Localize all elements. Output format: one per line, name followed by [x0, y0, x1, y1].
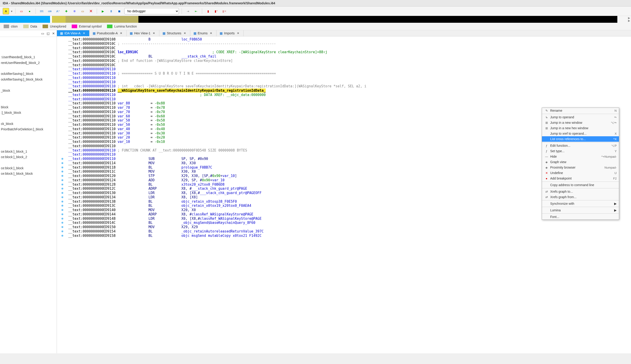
disasm-line[interactable]: __text:0000000000ED910C	[57, 63, 631, 67]
menu-item-xrefs-graph-from---[interactable]: ⇄Xrefs graph from...	[542, 194, 619, 200]
sidebar-close-icon[interactable]: ✕	[51, 31, 56, 36]
menu-item-jump-in-a-new-window[interactable]: ⊞Jump in a new window⌥⥲	[542, 120, 619, 125]
disasm-line[interactable]: __text:0000000000ED910C ; --------------…	[57, 42, 631, 46]
menu-item-add-breakpoint[interactable]: ●Add breakpointF2	[542, 176, 619, 181]
tab-close-icon[interactable]: ✕	[152, 32, 156, 35]
bp-list-icon[interactable]: ▮	[205, 8, 211, 14]
menu-item-edit-function---[interactable]: ƒEdit function...⌥P	[542, 143, 619, 148]
toolbar-text-icon[interactable]: ▭	[18, 8, 25, 14]
disasm-line[interactable]: __text:0000000000ED914C BL _objc_msgSend…	[57, 221, 631, 225]
tab-close-icon[interactable]: ✕	[119, 32, 123, 35]
menu-item-lumina[interactable]: Lumina▶	[542, 208, 619, 213]
menu-item-hide[interactable]: —Hide^+Numpad-	[542, 154, 619, 159]
menu-item-proximity-browser[interactable]: ◈Proximity browserNumpad-	[542, 165, 619, 170]
function-item[interactable]	[0, 99, 57, 104]
toolbar-add-icon[interactable]: ✚	[63, 8, 70, 14]
menu-item-font---[interactable]: Font...	[542, 214, 619, 220]
disasm-line[interactable]: __text:0000000000ED910C ; End of functio…	[57, 59, 631, 63]
toolbar-marker-icon[interactable]: A	[3, 8, 9, 14]
menu-item-jump-in-a-new-hex-window[interactable]: ⊞Jump in a new hex window	[542, 125, 619, 131]
toolbar-struct-icon[interactable]: A⁺	[55, 8, 61, 14]
disasm-line[interactable]: __text:0000000000ED9150 MOV X29, X29	[57, 225, 631, 229]
debugger-select[interactable]: No debugger	[124, 8, 179, 14]
function-item[interactable]	[0, 160, 57, 166]
toolbar-record-icon[interactable]: ●	[27, 8, 33, 14]
function-item[interactable]: _block	[0, 88, 57, 93]
menu-item-copy-address-to-command-line[interactable]: Copy address to command line	[542, 182, 619, 188]
function-item[interactable]	[0, 115, 57, 121]
disasm-line[interactable]: __text:0000000000ED9154 BL _objc_retainA…	[57, 229, 631, 234]
disasm-line[interactable]: __text:0000000000ED9110 var_88 = -0x88	[57, 101, 631, 106]
function-item[interactable]	[0, 143, 57, 148]
menu-item-undefine[interactable]: ✕UndefineU	[542, 170, 619, 176]
disasm-line[interactable]: __text:0000000000ED9110 __WASignalKeySto…	[57, 88, 631, 93]
function-item[interactable]: ockAfterSaving:]_block	[0, 71, 57, 76]
toolbar-delete-icon[interactable]: ✕	[88, 8, 94, 14]
toolbar-data-icon[interactable]: cde	[47, 8, 53, 14]
menu-item-synchronize-with[interactable]: Synchronize with▶	[542, 201, 619, 206]
pause-icon[interactable]: ⏸	[108, 8, 114, 14]
bp-add-icon[interactable]: ▮⁺	[213, 8, 219, 14]
disasm-line[interactable]: __text:0000000000ED9110	[57, 76, 631, 80]
function-item[interactable]: ck_block	[0, 121, 57, 126]
disasm-line[interactable]: __text:0000000000ED910C	[57, 46, 631, 50]
function-item[interactable]	[0, 93, 57, 99]
step-out-icon[interactable]: ⇤	[193, 8, 199, 14]
menu-item-rename[interactable]: ✎RenameN	[542, 108, 619, 113]
function-item[interactable]	[0, 82, 57, 88]
disasm-line[interactable]: __text:0000000000ED9110 ; int __cdecl -[…	[57, 84, 631, 88]
function-item[interactable]	[0, 66, 57, 71]
run-icon[interactable]: ▶	[100, 8, 106, 14]
menu-item-jump-to-operand[interactable]: ↳Jump to operand⥲	[542, 114, 619, 120]
menu-item-list-cross-references-to---[interactable]: List cross references to...^X	[542, 136, 619, 142]
function-item[interactable]: block	[0, 104, 57, 110]
disasm-line[interactable]: __text:0000000000ED9110	[57, 67, 631, 72]
tab-ida-view-a[interactable]: ▦IDA View-A✕	[57, 30, 90, 36]
tab-close-icon[interactable]: ✕	[183, 32, 187, 35]
disasm-line[interactable]: __text:0000000000ED9158 BL objc msgSend …	[57, 234, 631, 238]
menu-item-jump-to-xref-to-operand---[interactable]: Jump to xref to operand...X	[542, 131, 619, 136]
disasm-line[interactable]: __text:0000000000ED9108 B loc_F0B650	[57, 37, 631, 42]
function-item[interactable]: ce:block:]_block_block	[0, 171, 57, 176]
disasm-line[interactable]: __text:0000000000ED9110	[57, 80, 631, 84]
sidebar-minimize-icon[interactable]: ▭	[40, 31, 45, 36]
tab-close-icon[interactable]: ✕	[82, 32, 86, 35]
function-item[interactable]	[0, 49, 57, 54]
function-item[interactable]: ce:block:]_block_1	[0, 149, 57, 154]
toolbar-edit-icon[interactable]: ▭	[80, 8, 86, 14]
sidebar-restore-icon[interactable]: ◱	[46, 31, 50, 36]
function-item[interactable]: rentUserIfNeeded]_block_2	[0, 60, 57, 66]
function-item[interactable]: :UserIfNeeded]_block_1	[0, 54, 57, 60]
step-into-icon[interactable]: ⇥	[185, 8, 191, 14]
tab-enums[interactable]: ▦Enums✕	[190, 30, 217, 36]
stop-icon[interactable]: ⏹	[116, 8, 123, 14]
function-item[interactable]	[0, 132, 57, 138]
function-item[interactable]	[0, 138, 57, 143]
functions-list[interactable]: :UserIfNeeded]_block_1rentUserIfNeeded]_…	[0, 37, 57, 353]
tab-close-icon[interactable]: ✕	[209, 32, 213, 35]
tab-close-icon[interactable]: ✕	[236, 32, 240, 35]
function-item[interactable]: ockAfterSaving:]_block_block	[0, 77, 57, 82]
toolbar-snow-icon[interactable]: ❋	[71, 8, 78, 14]
tab-imports[interactable]: ▦Imports✕	[217, 30, 244, 36]
disasm-line[interactable]: __text:0000000000ED910C loc_ED910C ; COD…	[57, 50, 631, 54]
bp-del-icon[interactable]: ▮✕	[221, 8, 228, 14]
function-item[interactable]	[0, 38, 57, 43]
function-item[interactable]: ce:block:]_block	[0, 166, 57, 171]
disasm-line[interactable]: __text:0000000000ED9110 ; DATA XREF: __o…	[57, 93, 631, 97]
menu-item-set-type---[interactable]: ƒSet type...Y	[542, 148, 619, 154]
disasm-line[interactable]: __text:0000000000ED910C BL ___stack_chk_…	[57, 54, 631, 59]
function-item[interactable]	[0, 43, 57, 49]
menu-item-xrefs-graph-to---[interactable]: ⇄Xrefs graph to...	[542, 189, 619, 194]
disasm-line[interactable]: __text:0000000000ED9110 ; ==============…	[57, 72, 631, 76]
function-item[interactable]: PriorBatchForDeletion:]_block	[0, 126, 57, 132]
menu-item-graph-view[interactable]: ◈Graph view	[542, 159, 619, 165]
toolbar-code-icon[interactable]: 101	[39, 8, 45, 14]
disasm-line[interactable]: __text:0000000000ED9110	[57, 97, 631, 102]
tab-structures[interactable]: ▦Structures✕	[159, 30, 190, 36]
tab-pseudocode-a[interactable]: ▦Pseudocode-A✕	[90, 30, 127, 36]
function-item[interactable]: :]_block_block	[0, 110, 57, 115]
function-item[interactable]: ce:block:]_block_2	[0, 154, 57, 160]
tab-hex-view-1[interactable]: ▦Hex View-1✕	[127, 30, 159, 36]
navigation-band[interactable]: ▶ ▶	[0, 16, 631, 23]
